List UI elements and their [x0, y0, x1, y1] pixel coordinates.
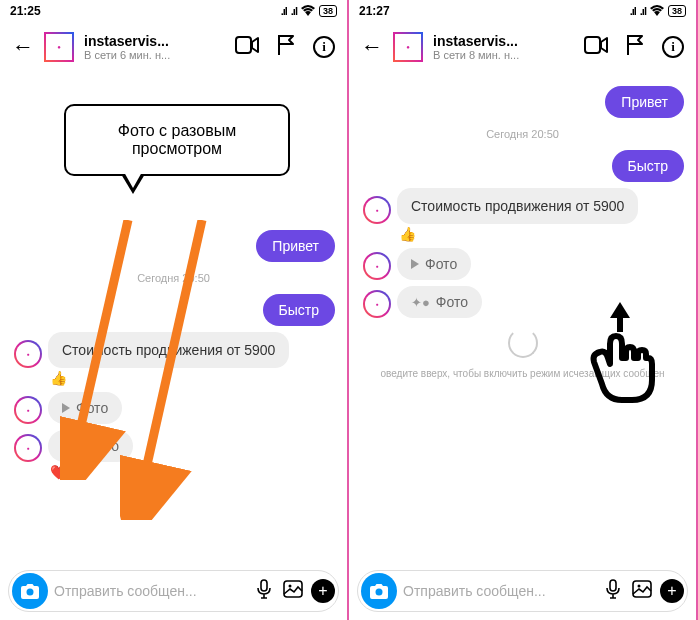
- status-time: 21:27: [359, 4, 390, 18]
- message-input-bar: Отправить сообщен... +: [8, 570, 339, 612]
- message-own[interactable]: Быстр: [612, 150, 684, 182]
- msg-avatar[interactable]: ●: [363, 196, 391, 224]
- username: instaservis...: [433, 33, 574, 49]
- chat-header: ← ● instaservis... В сети 6 мин. н... i: [0, 22, 347, 72]
- gallery-icon[interactable]: [281, 580, 305, 603]
- svg-point-8: [376, 589, 383, 596]
- video-call-icon[interactable]: [235, 36, 259, 59]
- message-own[interactable]: Привет: [256, 230, 335, 262]
- panel-left: 21:25 .ıl .ıl 38 ← ● instaservis... В се…: [0, 0, 349, 620]
- message-own[interactable]: Привет: [605, 86, 684, 118]
- svg-point-11: [638, 584, 641, 587]
- panel-right: 21:27 .ıl .ıl 38 ← ● instaservis... В се…: [349, 0, 698, 620]
- message-other[interactable]: Стоимость продвижения от 5900: [397, 188, 638, 224]
- signal-icon: .ıl: [291, 5, 297, 17]
- signal-icon: .ıl: [630, 5, 636, 17]
- message-own[interactable]: Быстр: [263, 294, 335, 326]
- msg-avatar[interactable]: ●: [363, 252, 391, 280]
- plus-button[interactable]: +: [660, 579, 684, 603]
- message-input[interactable]: Отправить сообщен...: [54, 583, 247, 599]
- back-button[interactable]: ←: [12, 34, 34, 60]
- msg-avatar[interactable]: ●: [14, 396, 42, 424]
- info-icon[interactable]: i: [662, 36, 684, 58]
- battery-icon: 38: [668, 5, 686, 17]
- svg-rect-9: [610, 580, 616, 591]
- wifi-icon: [650, 4, 664, 19]
- message-input-bar: Отправить сообщен... +: [357, 570, 688, 612]
- svg-point-6: [289, 584, 292, 587]
- plus-button[interactable]: +: [311, 579, 335, 603]
- username: instaservis...: [84, 33, 225, 49]
- mic-icon[interactable]: [253, 579, 275, 604]
- user-info[interactable]: instaservis... В сети 6 мин. н...: [84, 33, 225, 61]
- chat-header: ← ● instaservis... В сети 8 мин. н... i: [349, 22, 696, 72]
- header-actions: i: [584, 34, 684, 61]
- status-bar: 21:25 .ıl .ıl 38: [0, 0, 347, 22]
- video-call-icon[interactable]: [584, 36, 608, 59]
- status-icons: .ıl .ıl 38: [281, 4, 337, 19]
- camera-button[interactable]: [361, 573, 397, 609]
- swipe-gesture-icon: [580, 300, 660, 414]
- photo-message-bomb[interactable]: ✦● Фото: [397, 286, 482, 318]
- user-status: В сети 6 мин. н...: [84, 49, 225, 61]
- arrow-2: [120, 220, 220, 520]
- header-actions: i: [235, 34, 335, 61]
- flag-icon[interactable]: [626, 34, 644, 61]
- back-button[interactable]: ←: [361, 34, 383, 60]
- photo-message[interactable]: Фото: [397, 248, 471, 280]
- wifi-icon: [301, 4, 315, 19]
- flag-icon[interactable]: [277, 34, 295, 61]
- play-icon: [411, 259, 419, 269]
- status-icons: .ıl .ıl 38: [630, 4, 686, 19]
- bomb-icon: ✦●: [411, 295, 430, 310]
- status-time: 21:25: [10, 4, 41, 18]
- status-bar: 21:27 .ıl .ıl 38: [349, 0, 696, 22]
- svg-rect-0: [236, 37, 251, 53]
- msg-avatar[interactable]: ●: [363, 290, 391, 318]
- user-info[interactable]: instaservis... В сети 8 мин. н...: [433, 33, 574, 61]
- battery-icon: 38: [319, 5, 337, 17]
- reaction[interactable]: 👍: [399, 226, 684, 242]
- svg-rect-7: [585, 37, 600, 53]
- user-avatar[interactable]: ●: [44, 32, 74, 62]
- gallery-icon[interactable]: [630, 580, 654, 603]
- user-status: В сети 8 мин. н...: [433, 49, 574, 61]
- svg-rect-4: [261, 580, 267, 591]
- user-avatar[interactable]: ●: [393, 32, 423, 62]
- msg-avatar[interactable]: ●: [14, 340, 42, 368]
- message-input[interactable]: Отправить сообщен...: [403, 583, 596, 599]
- loading-spinner: [508, 328, 538, 358]
- signal-icon: .ıl: [281, 5, 287, 17]
- mic-icon[interactable]: [602, 579, 624, 604]
- svg-point-3: [27, 589, 34, 596]
- info-icon[interactable]: i: [313, 36, 335, 58]
- msg-avatar[interactable]: ●: [14, 434, 42, 462]
- svg-line-2: [138, 220, 202, 505]
- tooltip-box: Фото с разовым просмотром: [64, 104, 290, 176]
- camera-button[interactable]: [12, 573, 48, 609]
- timestamp: Сегодня 20:50: [361, 128, 684, 140]
- signal-icon: .ıl: [640, 5, 646, 17]
